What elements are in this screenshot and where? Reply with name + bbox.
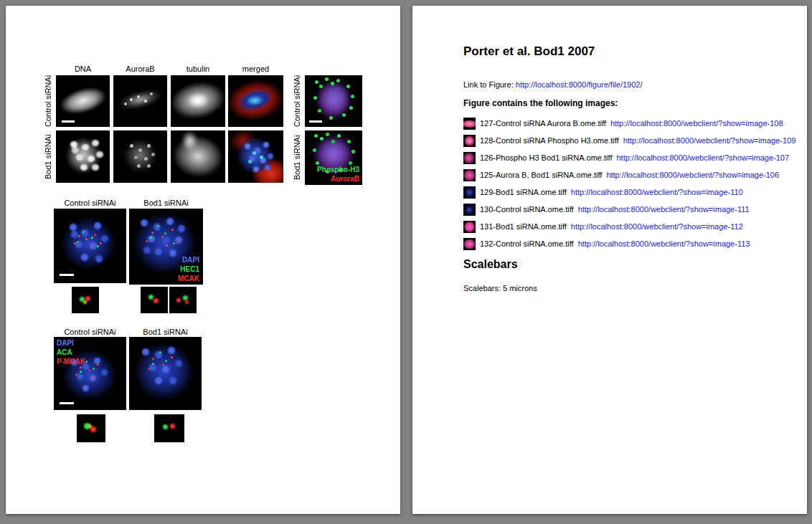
report-title: Porter et al. Bod1 2007	[463, 44, 595, 59]
micrograph-bod1-merged	[228, 130, 283, 183]
dapi-label: DAPI	[182, 255, 199, 265]
scale-bar	[60, 274, 74, 276]
document-viewer: { "window": { "background": "#828282" },…	[0, 0, 812, 524]
figure-link-line: Link to Figure: http://localhost:8000/fi…	[463, 80, 643, 89]
inset-g2-bod1-b	[169, 287, 197, 313]
image-thumbnail	[463, 221, 476, 233]
chromosome-dots	[245, 143, 250, 149]
image-filename: 131-Bod1 siRNA.ome.tiff	[480, 222, 567, 231]
micrograph-bod1-dna	[56, 130, 110, 183]
phospho-h3-label: Phospho-H3	[317, 165, 359, 174]
dna-blob	[57, 82, 109, 118]
micrograph-side-bod1: Phospho-H3 AuroraB	[305, 130, 362, 185]
image-webclient-link[interactable]: http://localhost:8000/webclient/?show=im…	[623, 136, 796, 145]
row-label-bod1-sirnai: Bod1 siRNAi	[43, 130, 53, 183]
scale-bar	[309, 120, 322, 123]
red-dot	[154, 298, 159, 303]
inset-g3-bod1	[154, 414, 184, 442]
blue-chromosomes	[237, 137, 273, 175]
dapi-label: DAPI	[57, 338, 74, 348]
image-filename: 127-Control siRNA Aurora B.ome.tiff	[480, 119, 606, 128]
micrograph-g3-control: DAPI ACA P-MCAK	[54, 337, 126, 410]
col-header-merged: merged	[228, 65, 283, 73]
figure-page: DNA AuroraB tubulin merged Control siRNA…	[6, 6, 400, 514]
report-page: Porter et al. Bod1 2007 Link to Figure: …	[412, 6, 807, 514]
overlap-dot	[83, 300, 87, 304]
images-heading: Figure contains the following images:	[463, 98, 618, 108]
micrograph-g2-control	[54, 209, 126, 283]
red-dot	[176, 298, 181, 303]
image-thumbnail	[463, 204, 476, 216]
image-webclient-link[interactable]: http://localhost:8000/webclient/?show=im…	[578, 239, 750, 248]
spindle-pole	[181, 130, 198, 151]
speckles	[130, 144, 133, 148]
figure-link[interactable]: http://localhost:8000/figure/file/1902/	[516, 80, 643, 89]
image-filename: 125-Aurora B, Bod1 siRNA.ome.tiff	[480, 171, 602, 179]
image-webclient-link[interactable]: http://localhost:8000/webclient/?show=im…	[616, 153, 789, 162]
red-dot	[85, 296, 90, 301]
image-webclient-link[interactable]: http://localhost:8000/webclient/?show=im…	[606, 171, 779, 179]
chromosome-dots	[70, 224, 77, 231]
image-thumbnail	[463, 152, 476, 164]
speckles	[130, 98, 133, 101]
aurorab-channel-label: AuroraB	[331, 174, 359, 184]
image-thumbnail	[463, 135, 476, 147]
image-filename: 130-Control siRNA.ome.tiff	[480, 205, 574, 214]
figure-link-label: Link to Figure:	[463, 80, 514, 89]
image-filename: 128-Control siRNA Phospho H3.ome.tiff	[480, 136, 619, 145]
micrograph-g2-bod1: DAPI HEC1 MCAK	[129, 209, 203, 285]
col-header-aurorab: AuroraB	[113, 65, 167, 73]
spindle-core	[187, 92, 209, 108]
row-label-control-sirnai: Control siRNAi	[43, 75, 53, 127]
aca-label: ACA	[57, 348, 72, 357]
scale-bar	[60, 402, 74, 404]
micrograph-control-merged	[228, 75, 283, 127]
image-filename: 126-Phospho H3 Bod1 siRNA.ome.tiff	[480, 153, 612, 162]
red-dot	[170, 424, 175, 429]
green-dot	[163, 424, 168, 429]
micrograph-control-dna	[56, 75, 110, 127]
image-webclient-link[interactable]: http://localhost:8000/webclient/?show=im…	[571, 222, 743, 231]
image-list-item: 127-Control siRNA Aurora B.ome.tiff http…	[463, 116, 783, 130]
micrograph-control-tubulin	[171, 75, 225, 127]
image-webclient-link[interactable]: http://localhost:8000/webclient/?show=im…	[578, 205, 750, 214]
image-list-item: 130-Control siRNA.ome.tiff http://localh…	[463, 202, 750, 216]
image-list-item: 126-Phospho H3 Bod1 siRNA.ome.tiff http:…	[463, 151, 789, 165]
scalebars-heading: Scalebars	[463, 258, 518, 271]
spindle-blob	[171, 133, 225, 181]
image-thumbnail	[463, 238, 476, 250]
aurorab-blob	[116, 85, 164, 113]
micrograph-side-control	[305, 75, 362, 127]
image-thumbnail	[463, 186, 476, 199]
hec1-label: HEC1	[180, 265, 199, 274]
scalebars-text: Scalebars: 5 microns	[463, 284, 537, 292]
g2-header-control: Control siRNAi	[54, 199, 126, 207]
green-dot	[183, 295, 188, 300]
col-header-dna: DNA	[56, 65, 110, 73]
image-webclient-link[interactable]: http://localhost:8000/webclient/?show=im…	[571, 188, 743, 196]
image-list-item: 125-Aurora B, Bod1 siRNA.ome.tiff http:/…	[463, 168, 779, 182]
micrograph-control-aurorab	[113, 75, 167, 127]
red-dots	[151, 232, 154, 234]
aurorab-blob	[124, 139, 156, 173]
side-row-label-bod1: Bod1 siRNAi	[292, 130, 302, 185]
inset-g2-control	[72, 287, 99, 313]
col-header-tubulin: tubulin	[171, 65, 225, 73]
green-dots	[315, 80, 318, 84]
image-list-item: 131-Bod1 siRNA.ome.tiff http://localhost…	[463, 219, 743, 234]
micrograph-bod1-aurorab	[113, 130, 167, 183]
image-thumbnail	[463, 118, 476, 130]
inset-g2-bod1-a	[141, 287, 168, 313]
red-dot	[90, 427, 96, 432]
g2-header-bod1: Bod1 siRNAi	[129, 199, 203, 207]
image-webclient-link[interactable]: http://localhost:8000/webclient/?show=im…	[610, 119, 783, 128]
image-filename: 129-Bod1 siRNA.ome.tiff	[480, 188, 567, 196]
blue-overlay	[318, 137, 350, 168]
side-row-label-control: Control siRNAi	[292, 75, 302, 127]
image-list-item: 128-Control siRNA Phospho H3.ome.tiff ht…	[463, 133, 796, 148]
overlap-dot	[88, 424, 92, 428]
micrograph-bod1-tubulin	[171, 130, 225, 183]
inset-g3-control	[77, 414, 105, 442]
cyan-signal	[247, 96, 263, 105]
image-filename: 132-Control siRNA.ome.tiff	[480, 239, 574, 248]
